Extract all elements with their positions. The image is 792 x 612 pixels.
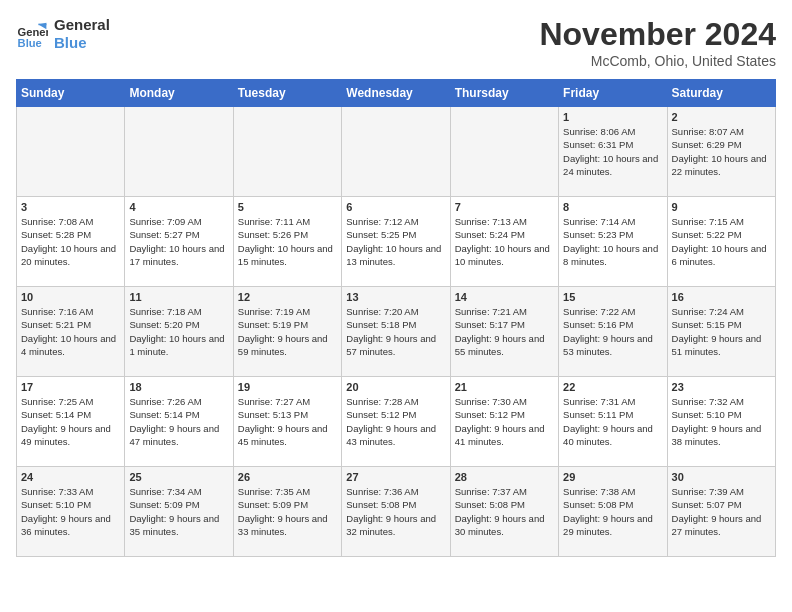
calendar-cell: 29Sunrise: 7:38 AM Sunset: 5:08 PM Dayli… [559, 467, 667, 557]
day-number: 4 [129, 201, 228, 213]
day-info: Sunrise: 7:34 AM Sunset: 5:09 PM Dayligh… [129, 485, 228, 538]
day-info: Sunrise: 7:38 AM Sunset: 5:08 PM Dayligh… [563, 485, 662, 538]
week-row-4: 17Sunrise: 7:25 AM Sunset: 5:14 PM Dayli… [17, 377, 776, 467]
day-number: 9 [672, 201, 771, 213]
day-number: 15 [563, 291, 662, 303]
day-info: Sunrise: 7:16 AM Sunset: 5:21 PM Dayligh… [21, 305, 120, 358]
day-info: Sunrise: 7:28 AM Sunset: 5:12 PM Dayligh… [346, 395, 445, 448]
day-info: Sunrise: 7:18 AM Sunset: 5:20 PM Dayligh… [129, 305, 228, 358]
day-info: Sunrise: 7:31 AM Sunset: 5:11 PM Dayligh… [563, 395, 662, 448]
calendar-cell: 13Sunrise: 7:20 AM Sunset: 5:18 PM Dayli… [342, 287, 450, 377]
day-number: 16 [672, 291, 771, 303]
header-day-sunday: Sunday [17, 80, 125, 107]
day-number: 26 [238, 471, 337, 483]
calendar-cell [125, 107, 233, 197]
day-info: Sunrise: 7:20 AM Sunset: 5:18 PM Dayligh… [346, 305, 445, 358]
day-number: 25 [129, 471, 228, 483]
day-number: 30 [672, 471, 771, 483]
week-row-1: 1Sunrise: 8:06 AM Sunset: 6:31 PM Daylig… [17, 107, 776, 197]
day-number: 20 [346, 381, 445, 393]
calendar-cell: 12Sunrise: 7:19 AM Sunset: 5:19 PM Dayli… [233, 287, 341, 377]
calendar-cell: 30Sunrise: 7:39 AM Sunset: 5:07 PM Dayli… [667, 467, 775, 557]
calendar-cell: 14Sunrise: 7:21 AM Sunset: 5:17 PM Dayli… [450, 287, 558, 377]
header: General Blue General Blue November 2024 … [16, 16, 776, 69]
day-number: 23 [672, 381, 771, 393]
day-info: Sunrise: 7:32 AM Sunset: 5:10 PM Dayligh… [672, 395, 771, 448]
calendar-cell: 21Sunrise: 7:30 AM Sunset: 5:12 PM Dayli… [450, 377, 558, 467]
calendar-cell: 17Sunrise: 7:25 AM Sunset: 5:14 PM Dayli… [17, 377, 125, 467]
day-info: Sunrise: 8:06 AM Sunset: 6:31 PM Dayligh… [563, 125, 662, 178]
week-row-5: 24Sunrise: 7:33 AM Sunset: 5:10 PM Dayli… [17, 467, 776, 557]
page-title: November 2024 [539, 16, 776, 53]
header-row: SundayMondayTuesdayWednesdayThursdayFrid… [17, 80, 776, 107]
day-info: Sunrise: 7:39 AM Sunset: 5:07 PM Dayligh… [672, 485, 771, 538]
day-info: Sunrise: 7:25 AM Sunset: 5:14 PM Dayligh… [21, 395, 120, 448]
day-info: Sunrise: 7:15 AM Sunset: 5:22 PM Dayligh… [672, 215, 771, 268]
week-row-3: 10Sunrise: 7:16 AM Sunset: 5:21 PM Dayli… [17, 287, 776, 377]
week-row-2: 3Sunrise: 7:08 AM Sunset: 5:28 PM Daylig… [17, 197, 776, 287]
day-number: 3 [21, 201, 120, 213]
header-day-tuesday: Tuesday [233, 80, 341, 107]
day-number: 12 [238, 291, 337, 303]
day-info: Sunrise: 7:13 AM Sunset: 5:24 PM Dayligh… [455, 215, 554, 268]
calendar-cell: 15Sunrise: 7:22 AM Sunset: 5:16 PM Dayli… [559, 287, 667, 377]
title-area: November 2024 McComb, Ohio, United State… [539, 16, 776, 69]
logo: General Blue General Blue [16, 16, 110, 52]
day-info: Sunrise: 7:19 AM Sunset: 5:19 PM Dayligh… [238, 305, 337, 358]
calendar-cell: 19Sunrise: 7:27 AM Sunset: 5:13 PM Dayli… [233, 377, 341, 467]
day-number: 1 [563, 111, 662, 123]
calendar-cell: 25Sunrise: 7:34 AM Sunset: 5:09 PM Dayli… [125, 467, 233, 557]
day-info: Sunrise: 7:35 AM Sunset: 5:09 PM Dayligh… [238, 485, 337, 538]
day-number: 14 [455, 291, 554, 303]
header-day-monday: Monday [125, 80, 233, 107]
day-number: 6 [346, 201, 445, 213]
day-number: 19 [238, 381, 337, 393]
calendar-table: SundayMondayTuesdayWednesdayThursdayFrid… [16, 79, 776, 557]
day-number: 10 [21, 291, 120, 303]
day-number: 21 [455, 381, 554, 393]
calendar-cell: 6Sunrise: 7:12 AM Sunset: 5:25 PM Daylig… [342, 197, 450, 287]
day-info: Sunrise: 7:08 AM Sunset: 5:28 PM Dayligh… [21, 215, 120, 268]
calendar-cell: 4Sunrise: 7:09 AM Sunset: 5:27 PM Daylig… [125, 197, 233, 287]
calendar-cell: 22Sunrise: 7:31 AM Sunset: 5:11 PM Dayli… [559, 377, 667, 467]
calendar-cell: 27Sunrise: 7:36 AM Sunset: 5:08 PM Dayli… [342, 467, 450, 557]
calendar-cell [450, 107, 558, 197]
calendar-cell: 5Sunrise: 7:11 AM Sunset: 5:26 PM Daylig… [233, 197, 341, 287]
calendar-cell: 2Sunrise: 8:07 AM Sunset: 6:29 PM Daylig… [667, 107, 775, 197]
calendar-cell [342, 107, 450, 197]
calendar-cell: 20Sunrise: 7:28 AM Sunset: 5:12 PM Dayli… [342, 377, 450, 467]
day-number: 8 [563, 201, 662, 213]
day-number: 13 [346, 291, 445, 303]
calendar-cell: 23Sunrise: 7:32 AM Sunset: 5:10 PM Dayli… [667, 377, 775, 467]
day-info: Sunrise: 7:36 AM Sunset: 5:08 PM Dayligh… [346, 485, 445, 538]
calendar-cell [233, 107, 341, 197]
day-number: 5 [238, 201, 337, 213]
header-day-friday: Friday [559, 80, 667, 107]
day-info: Sunrise: 7:21 AM Sunset: 5:17 PM Dayligh… [455, 305, 554, 358]
calendar-cell: 7Sunrise: 7:13 AM Sunset: 5:24 PM Daylig… [450, 197, 558, 287]
day-number: 18 [129, 381, 228, 393]
day-info: Sunrise: 7:24 AM Sunset: 5:15 PM Dayligh… [672, 305, 771, 358]
day-number: 29 [563, 471, 662, 483]
day-info: Sunrise: 7:12 AM Sunset: 5:25 PM Dayligh… [346, 215, 445, 268]
svg-text:Blue: Blue [18, 37, 42, 49]
day-info: Sunrise: 7:27 AM Sunset: 5:13 PM Dayligh… [238, 395, 337, 448]
calendar-cell [17, 107, 125, 197]
day-info: Sunrise: 7:33 AM Sunset: 5:10 PM Dayligh… [21, 485, 120, 538]
logo-general: General [54, 16, 110, 34]
day-info: Sunrise: 7:26 AM Sunset: 5:14 PM Dayligh… [129, 395, 228, 448]
calendar-cell: 8Sunrise: 7:14 AM Sunset: 5:23 PM Daylig… [559, 197, 667, 287]
header-day-saturday: Saturday [667, 80, 775, 107]
header-day-wednesday: Wednesday [342, 80, 450, 107]
calendar-cell: 26Sunrise: 7:35 AM Sunset: 5:09 PM Dayli… [233, 467, 341, 557]
day-info: Sunrise: 7:22 AM Sunset: 5:16 PM Dayligh… [563, 305, 662, 358]
day-number: 7 [455, 201, 554, 213]
day-number: 17 [21, 381, 120, 393]
day-info: Sunrise: 7:09 AM Sunset: 5:27 PM Dayligh… [129, 215, 228, 268]
day-number: 2 [672, 111, 771, 123]
day-info: Sunrise: 7:37 AM Sunset: 5:08 PM Dayligh… [455, 485, 554, 538]
calendar-cell: 11Sunrise: 7:18 AM Sunset: 5:20 PM Dayli… [125, 287, 233, 377]
calendar-cell: 1Sunrise: 8:06 AM Sunset: 6:31 PM Daylig… [559, 107, 667, 197]
calendar-cell: 9Sunrise: 7:15 AM Sunset: 5:22 PM Daylig… [667, 197, 775, 287]
day-number: 27 [346, 471, 445, 483]
